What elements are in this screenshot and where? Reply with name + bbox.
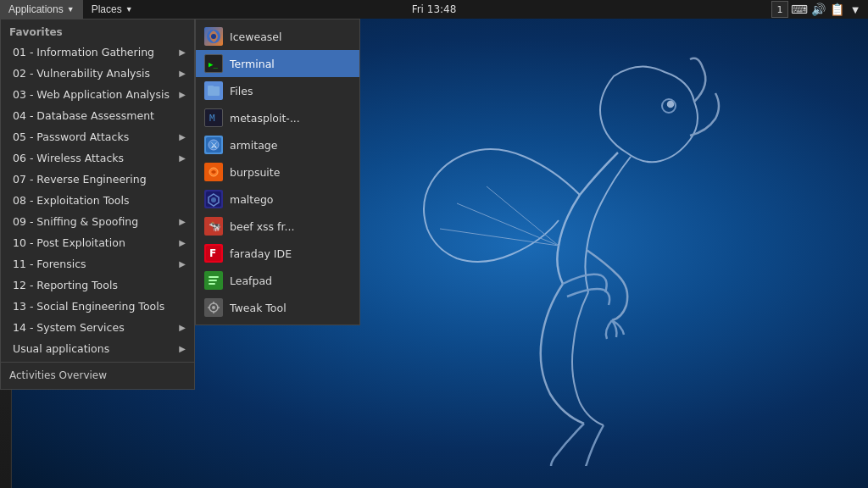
svg-text:⚔: ⚔ <box>210 141 218 150</box>
post-exploit-arrow: ▶ <box>179 238 186 247</box>
faraday-label: faraday IDE <box>230 247 292 260</box>
menu-item-exploitation[interactable]: 08 - Exploitation Tools <box>1 190 194 211</box>
submenu-item-terminal[interactable]: ▶_ Terminal <box>196 50 359 77</box>
terminal-label: Terminal <box>230 58 275 70</box>
info-gathering-arrow: ▶ <box>179 47 186 57</box>
workspace-indicator[interactable]: 1 <box>771 1 788 18</box>
taskbar-tray: 1 ⌨ 🔊 📋 ▼ <box>771 1 868 18</box>
metasploit-label: metasploit-... <box>230 112 300 125</box>
iceweasel-label: Iceweasel <box>230 30 282 43</box>
svg-text:▶_: ▶_ <box>209 60 218 69</box>
sniffing-arrow: ▶ <box>179 217 186 226</box>
password-label: 05 - Password Attacks <box>13 130 129 143</box>
clock-time: Fri 13:48 <box>412 3 457 15</box>
faraday-icon: F <box>204 244 223 263</box>
svg-text:F: F <box>209 247 216 259</box>
submenu-item-files[interactable]: Files <box>196 77 359 104</box>
menu-item-social[interactable]: 13 - Social Engineering Tools <box>1 296 194 317</box>
services-arrow: ▶ <box>179 323 186 332</box>
menu-item-vuln-analysis[interactable]: 02 - Vulnerability Analysis ▶ <box>1 63 194 84</box>
database-label: 04 - Database Assessment <box>13 109 154 122</box>
tweaktool-icon <box>204 298 223 317</box>
services-label: 14 - System Services <box>13 321 125 334</box>
leafpad-icon <box>204 271 223 290</box>
menu-item-database[interactable]: 04 - Database Assessment <box>1 105 194 126</box>
taskbar-clock: Fri 13:48 <box>412 3 457 15</box>
dragon-logo <box>376 25 800 449</box>
svg-point-29 <box>212 306 215 309</box>
menu-item-password[interactable]: 05 - Password Attacks ▶ <box>1 126 194 147</box>
places-label: Places <box>92 3 122 15</box>
taskbar-left: Applications ▼ Places ▼ <box>0 0 142 19</box>
submenu-item-maltego[interactable]: maltego <box>196 186 359 213</box>
activities-overview-button[interactable]: Activities Overview <box>1 365 194 385</box>
power-arrow-icon[interactable]: ▼ <box>848 2 863 17</box>
menu-item-sniffing[interactable]: 09 - Sniffing & Spoofing ▶ <box>1 211 194 232</box>
svg-point-1 <box>668 102 673 107</box>
post-exploit-label: 10 - Post Exploitation <box>13 236 125 249</box>
svg-point-3 <box>211 34 216 39</box>
notifications-icon[interactable]: 📋 <box>829 2 844 17</box>
menu-item-wireless[interactable]: 06 - Wireless Attacks ▶ <box>1 147 194 169</box>
web-app-arrow: ▶ <box>179 90 186 99</box>
menu-item-reverse[interactable]: 07 - Reverse Engineering <box>1 169 194 190</box>
exploitation-label: 08 - Exploitation Tools <box>13 194 129 207</box>
password-arrow: ▶ <box>179 132 186 141</box>
metasploit-icon: M <box>204 108 223 127</box>
svg-text:M: M <box>209 113 215 124</box>
usual-label: Usual applications <box>13 342 109 355</box>
svg-text:🐄: 🐄 <box>209 219 221 232</box>
audio-icon[interactable]: 🔊 <box>810 2 826 17</box>
reporting-label: 12 - Reporting Tools <box>13 279 118 291</box>
submenu-item-armitage[interactable]: ⚔ armitage <box>196 131 359 158</box>
favorites-submenu: Iceweasel ▶_ Terminal Files <box>195 19 360 325</box>
maltego-label: maltego <box>230 193 273 206</box>
svg-rect-8 <box>208 86 214 88</box>
submenu-item-iceweasel[interactable]: Iceweasel <box>196 23 359 50</box>
iceweasel-icon <box>204 27 223 46</box>
applications-menu: Favorites 01 - Information Gathering ▶ 0… <box>0 19 195 390</box>
maltego-icon <box>204 190 223 208</box>
wireless-label: 06 - Wireless Attacks <box>13 152 124 164</box>
menu-item-forensics[interactable]: 11 - Forensics ▶ <box>1 253 194 274</box>
submenu-item-beef[interactable]: 🐄 beef xss fr... <box>196 213 359 240</box>
places-menu-button[interactable]: Places ▼ <box>83 0 142 19</box>
forensics-label: 11 - Forensics <box>13 258 86 270</box>
applications-label: Applications <box>8 3 64 15</box>
vuln-analysis-arrow: ▶ <box>179 69 186 78</box>
svg-rect-24 <box>209 276 219 278</box>
web-app-label: 03 - Web Application Analysis <box>13 88 170 101</box>
terminal-icon: ▶_ <box>204 54 223 73</box>
favorites-section-label: Favorites <box>1 23 194 42</box>
submenu-item-leafpad[interactable]: Leafpad <box>196 267 359 294</box>
menu-item-info-gathering[interactable]: 01 - Information Gathering ▶ <box>1 42 194 63</box>
burpsuite-label: burpsuite <box>230 166 280 179</box>
menu-item-web-app[interactable]: 03 - Web Application Analysis ▶ <box>1 84 194 105</box>
menu-divider <box>1 362 194 363</box>
armitage-icon: ⚔ <box>204 136 223 154</box>
applications-arrow-icon: ▼ <box>67 5 75 14</box>
wireless-arrow: ▶ <box>179 153 186 163</box>
keyboard-icon[interactable]: ⌨ <box>792 2 807 17</box>
submenu-item-tweaktool[interactable]: Tweak Tool <box>196 294 359 321</box>
menu-item-reporting[interactable]: 12 - Reporting Tools <box>1 274 194 296</box>
places-arrow-icon: ▼ <box>125 5 133 14</box>
applications-menu-button[interactable]: Applications ▼ <box>0 0 83 19</box>
info-gathering-label: 01 - Information Gathering <box>13 46 154 58</box>
burpsuite-icon <box>204 163 223 181</box>
beef-label: beef xss fr... <box>230 220 294 233</box>
vuln-analysis-label: 02 - Vulnerability Analysis <box>13 67 150 80</box>
armitage-label: armitage <box>230 139 277 152</box>
menu-item-post-exploit[interactable]: 10 - Post Exploitation ▶ <box>1 232 194 253</box>
files-label: Files <box>230 85 253 97</box>
desktop: Applications ▼ Places ▼ Fri 13:48 1 ⌨ 🔊 … <box>0 0 868 488</box>
submenu-item-burpsuite[interactable]: burpsuite <box>196 158 359 186</box>
menu-item-services[interactable]: 14 - System Services ▶ <box>1 317 194 338</box>
menu-item-usual[interactable]: Usual applications ▶ <box>1 338 194 359</box>
leafpad-label: Leafpad <box>230 274 272 287</box>
forensics-arrow: ▶ <box>179 259 186 269</box>
submenu-item-faraday[interactable]: F faraday IDE <box>196 240 359 267</box>
submenu-item-metasploit[interactable]: M metasploit-... <box>196 104 359 131</box>
taskbar: Applications ▼ Places ▼ Fri 13:48 1 ⌨ 🔊 … <box>0 0 868 19</box>
svg-rect-26 <box>209 283 215 285</box>
